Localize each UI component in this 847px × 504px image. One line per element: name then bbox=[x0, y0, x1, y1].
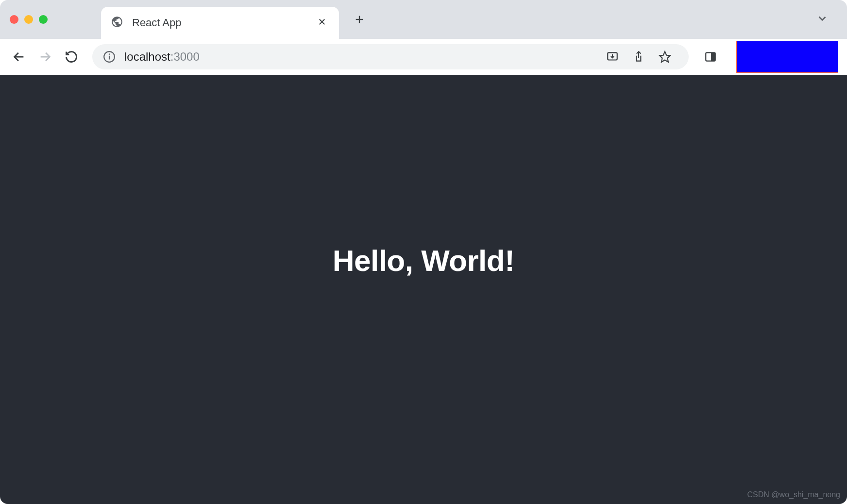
tab-bar: React App bbox=[0, 0, 847, 39]
url-host: localhost bbox=[124, 50, 170, 64]
url-text: localhost:3000 bbox=[124, 50, 200, 64]
share-button[interactable] bbox=[627, 46, 650, 68]
side-panel-button[interactable] bbox=[699, 46, 722, 68]
url-port: :3000 bbox=[170, 50, 200, 64]
browser-window: React App localhost:3000 bbox=[0, 0, 847, 504]
forward-button[interactable] bbox=[35, 47, 55, 67]
page-heading: Hello, World! bbox=[333, 243, 515, 278]
bookmark-button[interactable] bbox=[654, 46, 676, 68]
tab-title: React App bbox=[132, 17, 306, 29]
tab-overflow-button[interactable] bbox=[816, 12, 829, 27]
svg-marker-12 bbox=[660, 51, 670, 62]
reload-button[interactable] bbox=[61, 47, 82, 67]
install-app-button[interactable] bbox=[601, 46, 624, 68]
new-tab-button[interactable] bbox=[350, 10, 369, 29]
page-content: Hello, World! CSDN @wo_shi_ma_nong bbox=[0, 75, 847, 504]
svg-point-8 bbox=[109, 53, 110, 55]
address-bar[interactable]: localhost:3000 bbox=[92, 44, 689, 69]
toolbar: localhost:3000 bbox=[0, 39, 847, 75]
maximize-window-button[interactable] bbox=[39, 15, 48, 24]
profile-extension-area[interactable] bbox=[736, 41, 838, 73]
svg-rect-14 bbox=[711, 52, 715, 61]
close-window-button[interactable] bbox=[10, 15, 18, 24]
minimize-window-button[interactable] bbox=[24, 15, 33, 24]
watermark-text: CSDN @wo_shi_ma_nong bbox=[747, 490, 840, 499]
window-controls bbox=[10, 15, 48, 24]
globe-icon bbox=[111, 16, 123, 30]
site-info-icon[interactable] bbox=[103, 50, 116, 63]
back-button[interactable] bbox=[9, 47, 29, 67]
close-tab-button[interactable] bbox=[315, 14, 329, 32]
browser-tab[interactable]: React App bbox=[101, 7, 339, 39]
